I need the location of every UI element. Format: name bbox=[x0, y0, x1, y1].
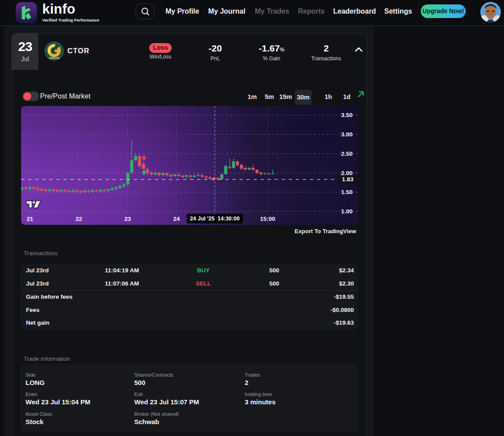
svg-text:24 Jul '25 14:30:00: 24 Jul '25 14:30:00 bbox=[190, 216, 240, 222]
svg-text:1.50: 1.50 bbox=[341, 189, 353, 195]
svg-text:3.50: 3.50 bbox=[341, 112, 353, 118]
svg-text:2.00: 2.00 bbox=[341, 170, 353, 176]
svg-text:1.00: 1.00 bbox=[341, 208, 353, 215]
svg-text:23: 23 bbox=[124, 216, 131, 222]
svg-text:15:00: 15:00 bbox=[260, 216, 276, 222]
svg-text:22: 22 bbox=[75, 216, 82, 222]
svg-text:ASHGAR: ASHGAR bbox=[49, 57, 59, 59]
svg-text:21: 21 bbox=[26, 216, 33, 222]
svg-text:3.00: 3.00 bbox=[341, 131, 353, 138]
svg-text:1.83: 1.83 bbox=[342, 176, 354, 183]
svg-text:24: 24 bbox=[173, 216, 180, 222]
svg-text:2.50: 2.50 bbox=[341, 150, 353, 157]
